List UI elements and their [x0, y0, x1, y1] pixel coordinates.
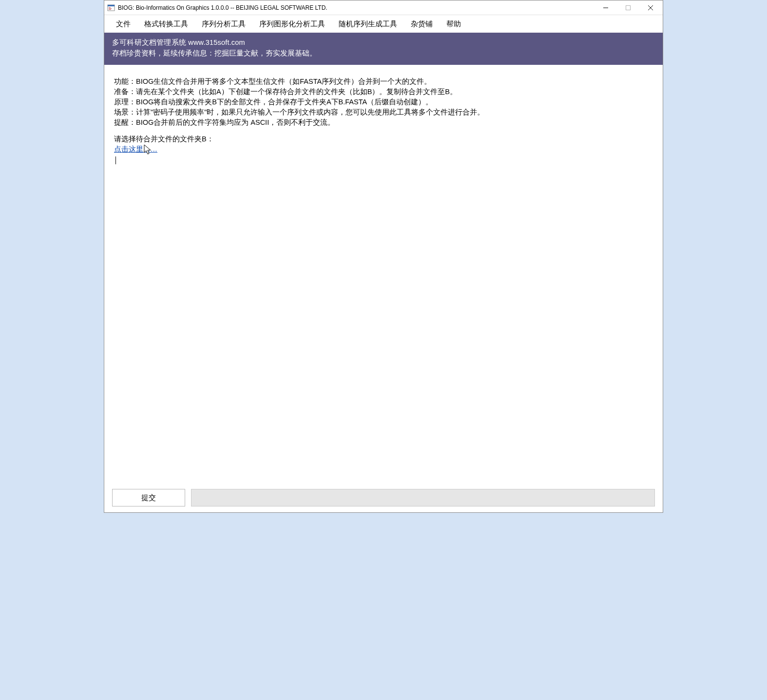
minimize-button[interactable] [594, 0, 617, 15]
desc-scenario: 场景：计算"密码子使用频率"时，如果只允许输入一个序列文件或内容，您可以先使用此… [114, 107, 653, 117]
desc-reminder: 提醒：BIOG合并前后的文件字符集均应为 ASCII，否则不利于交流。 [114, 117, 653, 128]
select-folder-link[interactable]: 点击这里…… [114, 145, 157, 153]
menu-sequence-graphic-analysis-tools[interactable]: 序列图形化分析工具 [252, 16, 332, 33]
desc-function: 功能：BIOG生信文件合并用于将多个文本型生信文件（如FASTA序列文件）合并到… [114, 77, 653, 87]
output-textarea[interactable] [114, 155, 653, 480]
menu-help[interactable]: 帮助 [440, 16, 468, 33]
window-controls [594, 0, 662, 15]
svg-rect-6 [626, 5, 631, 10]
text-caret-icon [115, 156, 116, 164]
content-area: 功能：BIOG生信文件合并用于将多个文本型生信文件（如FASTA序列文件）合并到… [104, 65, 663, 486]
desc-prepare: 准备：请先在某个文件夹（比如A）下创建一个保存待合并文件的文件夹（比如B）。复制… [114, 87, 653, 97]
svg-rect-3 [109, 8, 112, 9]
menu-misc-shop[interactable]: 杂货铺 [404, 16, 440, 33]
menubar: 文件 格式转换工具 序列分析工具 序列图形化分析工具 随机序列生成工具 杂货铺 … [104, 15, 663, 33]
submit-button-label: 提交 [141, 493, 156, 503]
svg-rect-1 [108, 5, 115, 6]
bottom-bar: 提交 [104, 485, 663, 512]
link-line: 点击这里…… [114, 145, 653, 154]
window-title: BIOG: Bio-Informatics On Graphics 1.0.0.… [118, 4, 594, 11]
app-icon [107, 4, 115, 12]
status-field [191, 489, 655, 506]
desc-principle: 原理：BIOG将自动搜索文件夹B下的全部文件，合并保存于文件夹A下B.FASTA… [114, 97, 653, 107]
submit-button[interactable]: 提交 [112, 489, 185, 506]
app-window: BIOG: Bio-Informatics On Graphics 1.0.0.… [104, 0, 663, 513]
titlebar: BIOG: Bio-Informatics On Graphics 1.0.0.… [104, 0, 663, 15]
menu-file[interactable]: 文件 [109, 16, 137, 33]
banner-line2: 存档珍贵资料，延续传承信息：挖掘巨量文献，夯实发展基础。 [112, 48, 655, 59]
menu-random-sequence-generation-tools[interactable]: 随机序列生成工具 [332, 16, 404, 33]
menu-format-convert-tools[interactable]: 格式转换工具 [137, 16, 195, 33]
banner-line1: 多可科研文档管理系统 www.315soft.com [112, 38, 655, 48]
svg-rect-2 [109, 7, 111, 8]
folder-prompt: 请选择待合并文件的文件夹B： [114, 135, 653, 144]
maximize-button [617, 0, 639, 15]
description-block: 功能：BIOG生信文件合并用于将多个文本型生信文件（如FASTA序列文件）合并到… [114, 77, 653, 128]
svg-rect-4 [109, 9, 111, 10]
close-button[interactable] [639, 0, 662, 15]
menu-sequence-analysis-tools[interactable]: 序列分析工具 [195, 16, 252, 33]
banner: 多可科研文档管理系统 www.315soft.com 存档珍贵资料，延续传承信息… [104, 33, 663, 65]
